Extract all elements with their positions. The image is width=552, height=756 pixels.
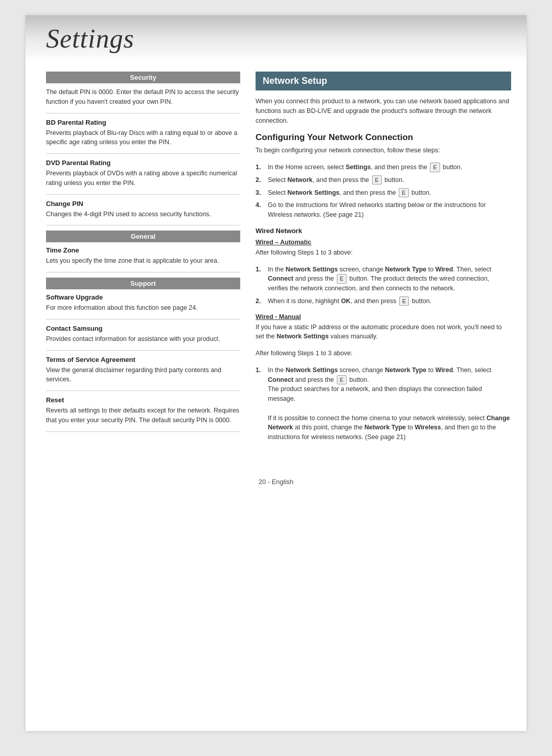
bd-parental-rating-title: BD Parental Rating [46,119,240,126]
divider-9 [46,431,240,432]
network-setup-header: Network Setup [256,72,511,90]
dvd-parental-rating: DVD Parental Rating Prevents playback of… [46,159,240,188]
wired-auto-steps: 1. In the Network Settings screen, chang… [256,265,511,306]
wired-automatic-header: Wired – Automatic [256,239,511,246]
wired-manual-step-1: 1. In the Network Settings screen, chang… [256,365,511,442]
terms-of-service: Terms of Service Agreement View the gene… [46,356,240,385]
e-button-6: E [337,375,347,385]
config-steps-list: 1. In the Home screen, select Settings, … [256,163,511,220]
bd-parental-rating-body: Prevents playback of Blu-ray Discs with … [46,128,240,148]
configuring-title: Configuring Your Network Connection [256,132,511,143]
page: Settings Security The default PIN is 000… [26,15,526,731]
wired-manual-header: Wired - Manual [256,313,511,320]
change-pin-body: Changes the 4-digit PIN used to access s… [46,210,240,219]
wired-auto-step-1: 1. In the Network Settings screen, chang… [256,265,511,293]
contact-samsung-body: Provides contact information for assista… [46,334,240,344]
left-column: Security The default PIN is 0000. Enter … [46,72,240,449]
divider-3 [46,194,240,195]
change-pin-title: Change PIN [46,200,240,208]
wired-manual-steps: 1. In the Network Settings screen, chang… [256,365,511,442]
reset-body: Reverts all settings to their defaults e… [46,406,240,425]
reset: Reset Reverts all settings to their defa… [46,396,240,425]
configuring-intro: To begin configuring your network connec… [256,146,511,155]
e-button-2: E [372,175,382,185]
right-column: Network Setup When you connect this prod… [256,72,511,449]
wired-automatic-intro: After following Steps 1 to 3 above: [256,248,511,258]
general-section-header: General [46,231,240,242]
support-section-header: Support [46,278,240,289]
contact-samsung: Contact Samsung Provides contact informa… [46,325,240,344]
dvd-parental-rating-title: DVD Parental Rating [46,159,240,167]
main-content: Security The default PIN is 0000. Enter … [26,61,526,470]
config-step-2: 2. Select Network, and then press the E … [256,175,511,185]
security-section-header: Security [46,72,240,83]
time-zone-body: Lets you specify the time zone that is a… [46,256,240,266]
header-bar: Settings [26,15,526,61]
contact-samsung-title: Contact Samsung [46,325,240,332]
security-default-pin-text: The default PIN is 0000. Enter the defau… [46,87,240,107]
divider-5 [46,272,240,272]
footer-text: 20 - English [259,478,294,486]
divider-6 [46,319,240,319]
time-zone: Time Zone Lets you specify the time zone… [46,246,240,266]
divider-1 [46,113,240,113]
wired-manual-intro2: After following Steps 1 to 3 above: [256,349,511,358]
bd-parental-rating: BD Parental Rating Prevents playback of … [46,119,240,148]
e-button-3: E [399,188,408,198]
divider-4 [46,225,240,225]
wired-manual-intro: If you have a static IP address or the a… [256,323,511,342]
config-step-1: 1. In the Home screen, select Settings, … [256,163,511,172]
e-button-4: E [337,274,347,284]
change-pin: Change PIN Changes the 4-digit PIN used … [46,200,240,219]
config-step-4: 4. Go to the instructions for Wired netw… [256,200,511,220]
wired-auto-step-2: 2. When it is done, highlight OK, and th… [256,296,511,306]
security-default-pin: The default PIN is 0000. Enter the defau… [46,87,240,107]
network-setup-intro: When you connect this product to a netwo… [256,97,511,125]
e-button-5: E [399,296,409,306]
reset-title: Reset [46,396,240,404]
time-zone-title: Time Zone [46,246,240,254]
wired-network-header: Wired Network [256,227,511,235]
config-step-3: 3. Select Network Settings, and then pre… [256,188,511,198]
software-upgrade-title: Software Upgrade [46,293,240,301]
dvd-parental-rating-body: Prevents playback of DVDs with a rating … [46,169,240,188]
divider-8 [46,391,240,391]
software-upgrade-body: For more information about this function… [46,303,240,313]
terms-of-service-body: View the general disclaimer regarding th… [46,365,240,385]
divider-2 [46,153,240,154]
software-upgrade: Software Upgrade For more information ab… [46,293,240,313]
divider-7 [46,350,240,351]
page-title: Settings [46,24,134,54]
e-button-1: E [430,163,440,172]
terms-of-service-title: Terms of Service Agreement [46,356,240,363]
page-footer: 20 - English [26,470,526,496]
